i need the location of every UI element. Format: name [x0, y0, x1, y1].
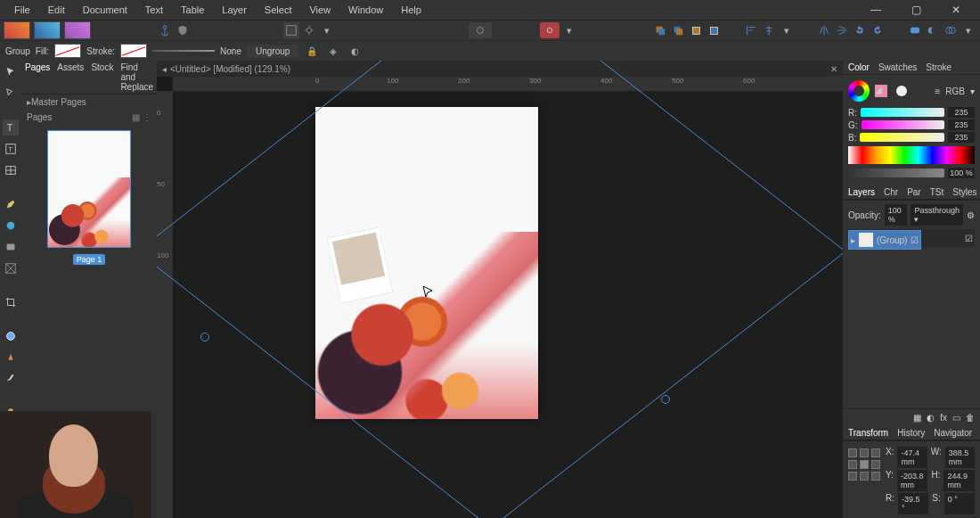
tab-stock[interactable]: Stock: [91, 62, 113, 92]
menu-file[interactable]: File: [5, 4, 39, 15]
menu-select[interactable]: Select: [256, 4, 301, 15]
w-input[interactable]: 388.5 mm: [945, 447, 975, 468]
tab-navigator[interactable]: Navigator: [934, 428, 972, 438]
flip-v-icon[interactable]: [834, 22, 850, 38]
anchor-widget[interactable]: [848, 448, 880, 481]
opacity-slider[interactable]: [848, 169, 944, 177]
spectrum-picker[interactable]: [848, 146, 975, 164]
settings-icon[interactable]: [301, 22, 317, 38]
fill-tool[interactable]: [3, 328, 19, 344]
lock-icon[interactable]: 🔒: [304, 43, 320, 59]
b-value[interactable]: 235: [948, 132, 975, 143]
tab-styles[interactable]: Styles: [952, 187, 976, 197]
s-input[interactable]: 0 °: [944, 493, 975, 514]
ungroup-button[interactable]: Ungroup: [247, 45, 298, 58]
persona-designer[interactable]: [34, 21, 61, 39]
visibility-checkbox[interactable]: ☑: [965, 234, 973, 243]
maximize-icon[interactable]: ▢: [902, 4, 930, 16]
visibility-checkbox[interactable]: ☑: [911, 235, 919, 245]
canvas[interactable]: [173, 91, 843, 518]
chevron-down-icon[interactable]: ▾: [319, 22, 335, 38]
node-tool[interactable]: [3, 86, 19, 102]
menu-table[interactable]: Table: [172, 4, 213, 15]
menu-text[interactable]: Text: [136, 4, 172, 15]
pen-tool[interactable]: [3, 196, 19, 212]
layer-adjust-icon[interactable]: ◐: [927, 413, 935, 423]
selection-box[interactable]: [157, 61, 843, 518]
blend-mode[interactable]: Passthrough ▾: [911, 204, 963, 226]
align-left-icon[interactable]: [743, 22, 759, 38]
r-value[interactable]: 235: [948, 107, 975, 118]
table-tool[interactable]: [3, 162, 19, 178]
close-icon[interactable]: ✕: [943, 4, 969, 16]
shape-tool[interactable]: [3, 218, 19, 234]
selection-handle[interactable]: [200, 333, 209, 341]
preview-icon[interactable]: [469, 22, 492, 38]
minimize-icon[interactable]: —: [862, 4, 890, 16]
stroke-width-slider[interactable]: [152, 50, 215, 52]
layer-mask-icon[interactable]: ▦: [913, 413, 921, 423]
tab-history[interactable]: History: [897, 428, 925, 438]
menu-edit[interactable]: Edit: [39, 4, 74, 15]
rotate-ccw-icon[interactable]: [852, 22, 868, 38]
arrange-backward-icon[interactable]: [670, 22, 686, 38]
tab-swatches[interactable]: Swatches: [878, 62, 917, 72]
grid-icon[interactable]: [283, 22, 299, 38]
tab-assets[interactable]: Assets: [57, 62, 84, 92]
frame-text-tool[interactable]: T: [3, 141, 19, 157]
boolean-intersect-icon[interactable]: [943, 22, 959, 38]
y-input[interactable]: -203.8 mm: [897, 470, 928, 491]
rotate-cw-icon[interactable]: [870, 22, 886, 38]
text-tool[interactable]: T: [3, 119, 19, 136]
layer-delete-icon[interactable]: 🗑: [966, 413, 975, 423]
g-value[interactable]: 235: [948, 119, 975, 130]
tab-par[interactable]: Par: [907, 187, 921, 197]
b-slider[interactable]: [860, 133, 944, 142]
move-tool[interactable]: [3, 64, 19, 80]
tab-stroke[interactable]: Stroke: [926, 62, 951, 72]
layer-opacity[interactable]: 100 %: [885, 204, 908, 226]
eyedropper-icon[interactable]: ◢: [875, 85, 887, 97]
chevron-down-icon[interactable]: ▾: [960, 22, 976, 38]
tab-pages[interactable]: Pages: [25, 62, 50, 92]
expand-icon[interactable]: ▸: [851, 235, 855, 245]
boolean-subtract-icon[interactable]: [925, 22, 941, 38]
tab-tst[interactable]: TSt: [930, 187, 944, 197]
fill-swatch[interactable]: [54, 44, 81, 58]
color-mode[interactable]: RGB: [945, 86, 965, 96]
layer-add-icon[interactable]: ▭: [952, 413, 960, 423]
page-thumbnail[interactable]: [47, 130, 131, 248]
tab-color[interactable]: Color: [848, 62, 870, 72]
x-input[interactable]: -47.4 mm: [897, 447, 927, 468]
r-slider[interactable]: [861, 108, 944, 117]
hide-icon[interactable]: ◈: [325, 43, 341, 59]
crop-tool[interactable]: [3, 294, 19, 310]
r-input[interactable]: -39.5 °: [898, 493, 928, 514]
chevron-down-icon[interactable]: ▾: [779, 22, 795, 38]
opacity-value[interactable]: 100 %: [948, 168, 975, 178]
flip-h-icon[interactable]: [816, 22, 832, 38]
fx-icon[interactable]: ◐: [347, 43, 363, 59]
picture-frame-tool[interactable]: [3, 260, 19, 276]
arrange-forward-icon[interactable]: [688, 22, 704, 38]
layer-row[interactable]: ▸ (Group) ☑: [848, 230, 921, 250]
link-icon[interactable]: [540, 22, 559, 38]
chevron-down-icon[interactable]: ▾: [561, 22, 577, 38]
anchor-icon[interactable]: [157, 22, 173, 38]
transparency-tool[interactable]: [3, 349, 19, 366]
h-input[interactable]: 244.9 mm: [943, 470, 975, 491]
tab-transform[interactable]: Transform: [848, 428, 888, 438]
boolean-add-icon[interactable]: [907, 22, 923, 38]
tab-layers[interactable]: Layers: [848, 187, 875, 197]
arrange-back-icon[interactable]: [652, 22, 668, 38]
g-slider[interactable]: [862, 120, 944, 129]
tab-find[interactable]: Find and Replace: [120, 62, 153, 92]
rectangle-tool[interactable]: [3, 239, 19, 255]
selection-handle[interactable]: [661, 395, 670, 404]
color-circle-icon[interactable]: [896, 86, 907, 96]
persona-photo[interactable]: [64, 21, 91, 39]
layer-fx-icon[interactable]: fx: [940, 413, 947, 423]
align-center-icon[interactable]: [761, 22, 777, 38]
pages-header[interactable]: Pages▦ ⋮: [21, 110, 157, 125]
menu-window[interactable]: Window: [339, 4, 392, 15]
